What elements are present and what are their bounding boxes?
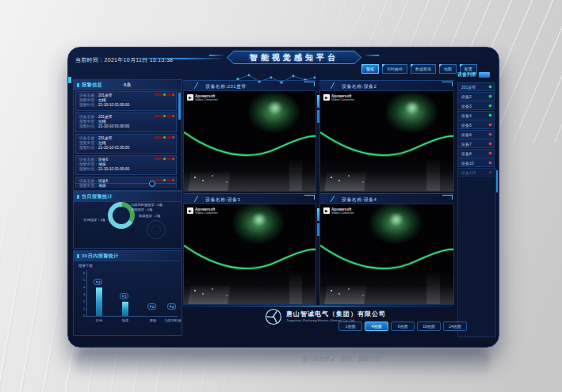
- alarm-list-item[interactable]: 设备名称：201皮带 报警类型：拉绳 报警时间：21-10-10 01:00:0…: [75, 91, 177, 111]
- alarm-severity-indicator: [155, 115, 174, 117]
- stage: 当前时间：2021年10月11日 15:15:38 智能视觉感知平台 预览实时曲…: [0, 0, 562, 392]
- y-tick-mark: [86, 287, 87, 288]
- title-wing-right: [364, 55, 379, 56]
- alarm-list-item[interactable]: 设备名称：201皮带 报警类型：拉绳 报警时间：21-10-10 01:00:0…: [75, 112, 177, 132]
- daily-stats-header: 当日报警统计: [74, 192, 182, 202]
- title-wing-left: [208, 55, 224, 56]
- device-list-item[interactable]: 设备5: [457, 120, 495, 129]
- bar-chart-ylabel: 报警个数: [78, 264, 93, 268]
- y-tick-label: 5: [78, 279, 85, 282]
- alarm-time: 21-10-10 01:00:00: [98, 146, 129, 150]
- status-dot: [489, 105, 491, 107]
- light-specks: [194, 177, 196, 178]
- monthly-alarm-stats-panel: 30日内报警统计 报警个数 01234564拉绳2堆煤0异物0与煤流检测: [73, 250, 182, 336]
- video-title: 设备名称:设备2: [342, 83, 377, 90]
- y-tick-label: 0: [78, 314, 85, 318]
- layout-button[interactable]: 1画面: [338, 322, 362, 331]
- y-tick-mark: [86, 309, 87, 310]
- alarm-type: 拉绳: [98, 120, 106, 124]
- device-list-item[interactable]: 201皮带: [457, 82, 495, 91]
- video-feed[interactable]: ▶ Apowersoft Video Converter: [319, 90, 454, 192]
- nav-button[interactable]: 地图: [439, 64, 457, 74]
- company-name-cn: 唐山智诚电气（集团）有限公司: [286, 310, 386, 318]
- device-name: 设备4: [461, 113, 472, 118]
- machinery-silhouette: [184, 270, 315, 304]
- video-title: 设备名称:201皮带: [205, 83, 247, 90]
- video-grid: 设备名称:201皮带 ▶ Apowersoft: [183, 80, 454, 305]
- layout-button[interactable]: 4画面: [365, 322, 388, 331]
- layout-button[interactable]: 9画面: [391, 322, 415, 331]
- screen-layout-buttons: 1画面4画面9画面16画面24画面: [338, 322, 467, 331]
- video-feed[interactable]: ▶ Apowersoft Video Converter: [183, 90, 316, 192]
- status-dot: [489, 95, 491, 97]
- alarm-device-name: 201皮带: [98, 115, 113, 119]
- alarm-count: 6条: [124, 82, 131, 89]
- bar-value-badge: 2: [120, 293, 128, 299]
- column-divider: [317, 95, 319, 108]
- alarm-type: 堆煤: [98, 162, 106, 166]
- status-dot: [489, 162, 491, 164]
- video-feed[interactable]: ▶ Apowersoft Video Converter: [319, 204, 454, 305]
- watermark-apowersoft: ▶ Apowersoft Video Converter: [323, 94, 354, 102]
- alarm-type: 拉绳: [98, 98, 106, 102]
- video-title: 设备名称:设备3: [205, 196, 240, 204]
- alarm-severity-indicator: [155, 93, 174, 96]
- device-list-item[interactable]: 设备6: [457, 130, 495, 139]
- bar-chart: 01234564拉绳2堆煤0异物0与煤流检测: [86, 270, 178, 317]
- alarm-info-panel: 报警信息 6条 设备名称：201皮带 报警类型：拉绳 报警时间：21-10-10…: [73, 79, 182, 191]
- donut-label: 拉绳报警：4条: [74, 218, 105, 222]
- device-list: 201皮带 设备2 设备3 设备4 设备5 设备6: [457, 82, 495, 177]
- edge-accent: [68, 77, 71, 83]
- device-name: 设备3: [461, 104, 472, 108]
- status-dot: [489, 143, 491, 145]
- device-list-item[interactable]: 设备2: [457, 92, 495, 101]
- alarm-list-scrollbar[interactable]: [178, 93, 181, 185]
- status-dot: [489, 86, 491, 88]
- device-list-item[interactable]: 设备8: [457, 149, 495, 158]
- watermark-apowersoft: ▶ Apowersoft Video Converter: [187, 94, 218, 102]
- device-list-tab[interactable]: [479, 72, 490, 78]
- y-tick-mark: [86, 302, 87, 303]
- alarm-time: 21-10-10 01:00:00: [98, 167, 129, 171]
- y-tick-label: 2: [78, 300, 85, 303]
- bar: [122, 302, 128, 316]
- device-list-item[interactable]: 设备4: [457, 111, 495, 120]
- light-specks: [194, 290, 196, 291]
- device-list-item[interactable]: 设备3: [457, 101, 495, 110]
- device-list-header: 设备列表: [457, 70, 495, 79]
- device-name: 201皮带: [461, 85, 476, 89]
- nav-button[interactable]: 实时曲线: [382, 64, 407, 74]
- nav-button[interactable]: 数据查询: [411, 64, 436, 74]
- company-logo-icon: [265, 308, 282, 325]
- alarm-list-item[interactable]: 设备名称：设备6 报警类型：堆煤 报警时间：21-10-10 01:00:00: [75, 155, 177, 175]
- footer-separator: [183, 306, 454, 306]
- video-panel: 设备名称:201皮带 ▶ Apowersoft: [183, 80, 316, 192]
- light-specks: [331, 177, 332, 178]
- donut-label: 堆煤报警：2条: [139, 214, 160, 218]
- device-name: 设备7: [461, 142, 472, 147]
- layout-button[interactable]: 24画面: [443, 322, 467, 331]
- donut-label: 异物报警：0条: [131, 207, 152, 211]
- header-line: [120, 58, 222, 59]
- card-reflection: [75, 348, 490, 385]
- y-tick-mark: [86, 280, 87, 281]
- video-panel: 设备名称:设备2 ▶ Apowersoft: [319, 80, 454, 192]
- page-title: 智能视觉感知平台: [250, 52, 338, 63]
- slider-knob[interactable]: [149, 181, 155, 187]
- decorative-slider: [75, 181, 176, 185]
- dashboard: 当前时间：2021年10月11日 15:15:38 智能视觉感知平台 预览实时曲…: [67, 47, 499, 348]
- device-list-item[interactable]: 设备7: [457, 139, 495, 148]
- video-feed[interactable]: ▶ Apowersoft Video Converter: [183, 204, 316, 305]
- right-scrollbar[interactable]: [496, 170, 498, 192]
- alarm-list-item[interactable]: 设备名称：201皮带 报警类型：拉绳 报警时间：21-10-10 01:00:0…: [75, 134, 177, 154]
- machinery-silhouette: [320, 270, 453, 304]
- device-name: 设备10: [461, 161, 474, 166]
- device-list-item[interactable]: 设备10: [457, 158, 495, 167]
- column-divider: [317, 208, 319, 221]
- layout-button[interactable]: 16画面: [417, 322, 441, 331]
- light-specks: [331, 290, 332, 291]
- alarm-severity-indicator: [155, 158, 174, 160]
- nav-button[interactable]: 预览: [361, 64, 379, 74]
- donut-label: 与煤流检测报警：0条: [131, 203, 162, 207]
- device-name: 设备5: [461, 123, 472, 127]
